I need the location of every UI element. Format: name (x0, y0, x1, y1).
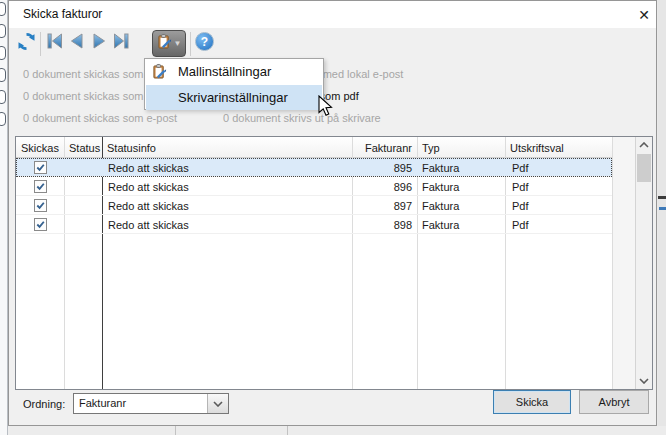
mouse-cursor (317, 95, 334, 121)
next-record-button[interactable] (89, 31, 109, 55)
table-row[interactable]: Redo att skickas 896 Faktura Pdf (16, 177, 612, 196)
chevron-down-icon (213, 401, 223, 407)
cell-fakturanr: 898 (352, 215, 417, 234)
table-header: Skickas Status Statusinfo Fakturanr Typ … (16, 137, 636, 158)
status-line-3-right: 0 dokument skrivs ut på skrivare (223, 112, 483, 124)
column-header-utskriftsval[interactable]: Utskriftsval (505, 137, 612, 158)
cell-statusinfo: Redo att skickas (102, 215, 352, 234)
chevron-down-icon: ▼ (174, 40, 182, 48)
column-header-typ[interactable]: Typ (417, 137, 505, 158)
previous-record-icon (67, 31, 87, 55)
cell-status (64, 177, 102, 196)
close-icon[interactable]: ✕ (635, 6, 653, 24)
background-window-line (658, 196, 666, 199)
column-header-fakturanr[interactable]: Fakturanr (352, 137, 417, 158)
row-checkbox[interactable] (34, 180, 47, 193)
background-window-left (0, 0, 8, 435)
cell-typ: Faktura (417, 177, 505, 196)
cancel-button[interactable]: Avbryt (579, 390, 649, 414)
cell-fakturanr: 897 (352, 196, 417, 215)
cell-typ: Faktura (417, 215, 505, 234)
refresh-button[interactable] (16, 31, 37, 56)
cell-typ: Faktura (417, 196, 505, 215)
cell-typ: Faktura (417, 158, 505, 177)
send-button[interactable]: Skicka (493, 390, 571, 414)
combobox-dropdown-button[interactable] (207, 394, 228, 413)
help-icon[interactable]: ? (195, 32, 214, 51)
cell-utskriftsval: Pdf (505, 215, 612, 234)
menu-item-mallinstallningar[interactable]: Mallinställningar (146, 59, 322, 84)
background-window-text-fragment (659, 207, 666, 210)
status-line-3-left: 0 dokument skickas som e-post (23, 112, 223, 124)
ordning-label: Ordning: (23, 398, 65, 410)
menu-item-skrivarinstallningar[interactable]: Skrivarinställningar (146, 85, 322, 110)
cell-fakturanr: 895 (352, 158, 417, 177)
ordning-combobox[interactable]: Fakturanr (73, 393, 229, 414)
table-row[interactable]: Redo att skickas 895 Faktura Pdf (16, 158, 612, 177)
print-settings-dropdown-button[interactable]: ▼ (152, 30, 186, 57)
cell-status (64, 215, 102, 234)
cell-utskriftsval: Pdf (505, 158, 612, 177)
refresh-icon (16, 31, 37, 56)
cell-utskriftsval: Pdf (505, 177, 612, 196)
template-settings-clipboard-icon (152, 63, 167, 83)
row-checkbox[interactable] (34, 199, 47, 212)
menu-item-label: Mallinställningar (178, 64, 271, 79)
first-record-button[interactable] (45, 31, 65, 55)
table-row[interactable]: Redo att skickas 897 Faktura Pdf (16, 196, 612, 215)
vertical-scrollbar[interactable] (635, 137, 652, 389)
toolbar-separator (190, 32, 191, 56)
menu-item-label: Skrivarinställningar (178, 90, 288, 105)
cell-fakturanr: 896 (352, 177, 417, 196)
cell-statusinfo: Redo att skickas (102, 158, 352, 177)
toolbar: ▼ ? (9, 28, 656, 60)
row-checkbox[interactable] (34, 161, 47, 174)
background-window-right (658, 0, 666, 426)
last-record-icon (111, 31, 131, 55)
table-row[interactable]: Redo att skickas 898 Faktura Pdf (16, 215, 612, 234)
first-record-icon (45, 31, 65, 55)
scroll-down-icon[interactable] (636, 373, 652, 389)
background-window-bottom (8, 426, 666, 435)
combobox-value: Fakturanr (79, 397, 126, 409)
last-record-button[interactable] (111, 31, 131, 55)
row-checkbox[interactable] (34, 218, 47, 231)
cell-status (64, 158, 102, 177)
send-invoices-dialog: Skicka fakturor ✕ (8, 0, 657, 426)
column-header-statusinfo[interactable]: Statusinfo (102, 137, 352, 158)
scroll-up-icon[interactable] (636, 137, 652, 153)
scrollbar-thumb[interactable] (637, 154, 651, 182)
invoice-table: Skickas Status Statusinfo Fakturanr Typ … (15, 136, 653, 390)
settings-dropdown-menu: Mallinställningar Skrivarinställningar (144, 58, 324, 110)
previous-record-button[interactable] (67, 31, 87, 55)
settings-clipboard-icon (157, 33, 172, 54)
next-record-icon (89, 31, 109, 55)
column-header-skickas[interactable]: Skickas (16, 137, 64, 158)
column-header-status[interactable]: Status (64, 137, 102, 158)
cell-statusinfo: Redo att skickas (102, 177, 352, 196)
cell-utskriftsval: Pdf (505, 196, 612, 215)
cell-statusinfo: Redo att skickas (102, 196, 352, 215)
grid-filler-area (612, 137, 635, 389)
title-bar[interactable] (9, 1, 656, 28)
toolbar-separator (40, 32, 41, 56)
dialog-title: Skicka fakturor (23, 7, 102, 21)
cell-status (64, 196, 102, 215)
